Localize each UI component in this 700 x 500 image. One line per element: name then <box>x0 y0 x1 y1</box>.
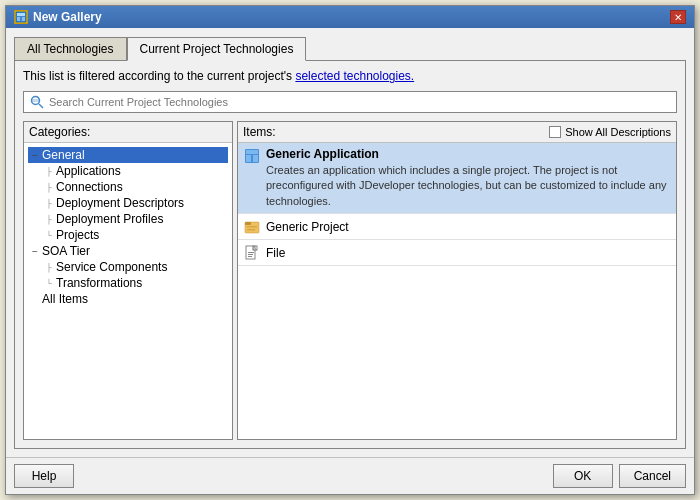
svg-rect-10 <box>253 155 258 162</box>
tree-item-soa-tier[interactable]: − SOA Tier <box>28 243 228 259</box>
expand-soa-icon[interactable]: − <box>28 244 42 258</box>
title-bar: New Gallery ✕ <box>6 6 694 28</box>
close-button[interactable]: ✕ <box>670 10 686 24</box>
ok-cancel-buttons: OK Cancel <box>553 464 686 488</box>
items-panel-header: Items: Show All Descriptions <box>238 122 676 143</box>
generic-project-name: Generic Project <box>266 220 349 234</box>
tree-item-all-items[interactable]: − All Items <box>28 291 228 307</box>
generic-project-icon <box>244 219 260 235</box>
connector-icon: ├ <box>42 212 56 226</box>
connector-icon: ├ <box>42 196 56 210</box>
tree-item-deployment-descriptors[interactable]: ├ Deployment Descriptors <box>28 195 228 211</box>
window-icon <box>14 10 28 24</box>
dialog-body: All Technologies Current Project Technol… <box>6 28 694 457</box>
tab-content: This list is filtered according to the c… <box>14 60 686 449</box>
help-button[interactable]: Help <box>14 464 74 488</box>
svg-rect-9 <box>246 155 251 162</box>
expand-general-icon[interactable]: − <box>28 148 42 162</box>
svg-rect-3 <box>22 17 25 21</box>
tree-item-connections[interactable]: ├ Connections <box>28 179 228 195</box>
search-input[interactable] <box>49 96 670 108</box>
tab-all-technologies[interactable]: All Technologies <box>14 37 127 61</box>
search-icon <box>30 95 44 109</box>
items-list: Generic Application Creates an applicati… <box>238 143 676 439</box>
generic-application-desc: Creates an application which includes a … <box>266 163 670 209</box>
tree-item-transformations[interactable]: └ Transformations <box>28 275 228 291</box>
svg-rect-18 <box>248 252 254 253</box>
connector-icon: ├ <box>42 164 56 178</box>
tree-view: − General ├ Applications ├ <box>24 143 232 439</box>
connector-icon: └ <box>42 228 56 242</box>
svg-rect-19 <box>248 254 253 255</box>
svg-rect-2 <box>17 17 20 21</box>
file-name: File <box>266 246 285 260</box>
svg-rect-12 <box>245 222 251 225</box>
dialog-window: New Gallery ✕ All Technologies Current P… <box>5 5 695 495</box>
tree-item-projects[interactable]: └ Projects <box>28 227 228 243</box>
generic-application-name: Generic Application <box>266 147 670 161</box>
svg-rect-20 <box>248 256 252 257</box>
show-all-desc-checkbox[interactable] <box>549 126 561 138</box>
tree-item-applications[interactable]: ├ Applications <box>28 163 228 179</box>
item-file[interactable]: File <box>238 240 676 266</box>
item-generic-project[interactable]: Generic Project <box>238 214 676 240</box>
bottom-bar: Help OK Cancel <box>6 457 694 494</box>
svg-rect-14 <box>247 229 255 231</box>
categories-header: Categories: <box>24 122 232 143</box>
svg-rect-13 <box>247 226 257 228</box>
tree-item-deployment-profiles[interactable]: ├ Deployment Profiles <box>28 211 228 227</box>
tree-item-service-components[interactable]: ├ Service Components <box>28 259 228 275</box>
search-bar <box>23 91 677 113</box>
selected-technologies-link[interactable]: selected technologies. <box>295 69 414 83</box>
tabs-row: All Technologies Current Project Technol… <box>14 36 686 60</box>
svg-rect-1 <box>17 13 25 16</box>
connector-icon: ├ <box>42 260 56 274</box>
ok-button[interactable]: OK <box>553 464 613 488</box>
items-label: Items: <box>243 125 276 139</box>
item-generic-application[interactable]: Generic Application Creates an applicati… <box>238 143 676 214</box>
svg-line-5 <box>39 104 43 108</box>
tree-item-general[interactable]: − General <box>28 147 228 163</box>
items-panel: Items: Show All Descriptions <box>237 121 677 440</box>
title-bar-left: New Gallery <box>14 10 102 24</box>
svg-rect-6 <box>31 99 40 102</box>
connector-icon: └ <box>42 276 56 290</box>
categories-panel: Categories: − General ├ Applications <box>23 121 233 440</box>
cancel-button[interactable]: Cancel <box>619 464 686 488</box>
show-all-descriptions[interactable]: Show All Descriptions <box>549 126 671 138</box>
file-icon <box>244 245 260 261</box>
main-panels: Categories: − General ├ Applications <box>23 121 677 440</box>
show-all-desc-label: Show All Descriptions <box>565 126 671 138</box>
connector-icon: ├ <box>42 180 56 194</box>
generic-application-icon <box>244 148 260 164</box>
window-title: New Gallery <box>33 10 102 24</box>
tab-current-project-technologies[interactable]: Current Project Technologies <box>127 37 307 61</box>
filter-text: This list is filtered according to the c… <box>23 69 677 83</box>
svg-rect-8 <box>246 150 258 154</box>
generic-application-content: Generic Application Creates an applicati… <box>266 147 670 209</box>
